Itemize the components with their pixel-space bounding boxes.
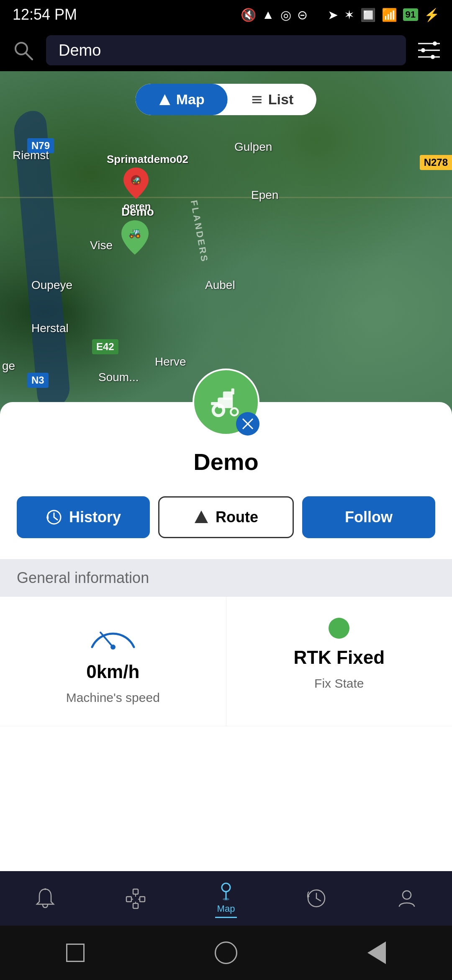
nav-map-label: Map xyxy=(217,903,235,914)
road-badge-n278: N278 xyxy=(420,155,452,170)
map-tab-icon xyxy=(159,93,171,106)
nav-notifications[interactable] xyxy=(34,887,56,909)
wifi-icon: 📶 xyxy=(382,8,397,22)
marker-green-wrap: Demo 🚜 xyxy=(121,205,154,256)
svg-line-1 xyxy=(26,53,32,59)
nav-map[interactable]: Map xyxy=(215,879,237,918)
speedometer-icon xyxy=(88,618,138,653)
svg-rect-24 xyxy=(231,389,234,395)
map-pin-icon xyxy=(215,879,237,901)
marker-green-icon: 🚜 xyxy=(121,220,149,255)
search-icon-wrap[interactable] xyxy=(8,36,38,65)
filter-button[interactable] xyxy=(414,36,444,65)
bluetooth-icon: ✶ xyxy=(344,8,354,22)
svg-rect-37 xyxy=(133,903,138,908)
svg-rect-34 xyxy=(126,897,131,902)
svg-point-48 xyxy=(403,891,411,899)
map-tab[interactable]: Map xyxy=(136,84,228,115)
map-tab-label: Map xyxy=(176,91,205,108)
svg-point-42 xyxy=(222,883,230,892)
location-icon: ◎ xyxy=(280,8,291,22)
nav-connections[interactable] xyxy=(125,887,146,909)
route-button[interactable]: Route xyxy=(158,496,294,538)
svg-text:🚜: 🚜 xyxy=(128,227,141,239)
svg-text:🚜: 🚜 xyxy=(131,175,141,185)
svg-marker-14 xyxy=(159,94,170,105)
nodes-icon xyxy=(125,887,146,909)
system-nav xyxy=(0,926,452,980)
marker-green-label: Demo xyxy=(121,205,154,219)
svg-marker-30 xyxy=(195,511,208,523)
status-icons: 🔇 ▲ ◎ ⊝ ➤ ✶ 🔲 📶 91 ⚡ xyxy=(241,8,439,22)
road-badge-e42: E42 xyxy=(92,339,118,354)
marker-red-icon: 🚜 xyxy=(123,168,149,199)
svg-rect-35 xyxy=(133,889,138,894)
battery-level: 91 xyxy=(403,8,418,21)
svg-line-46 xyxy=(316,898,321,901)
avatar-edit-button[interactable] xyxy=(236,412,259,436)
speed-card: 0km/h Machine's speed xyxy=(0,597,226,726)
speedometer-svg xyxy=(88,618,138,651)
marker-red-label: Sprimatdemo02 xyxy=(107,153,188,166)
search-bar: Demo xyxy=(0,29,452,71)
svg-point-4 xyxy=(431,55,435,59)
map-area[interactable]: N79 N278 E42 N3 FLANDERS Riemst Gulpen E… xyxy=(0,71,452,415)
marker-red-wrap: Sprimatdemo02 🚜 oeren xyxy=(115,153,188,212)
action-buttons: History Route Follow xyxy=(0,496,452,538)
dnd-icon: ⊝ xyxy=(297,8,308,22)
svg-rect-36 xyxy=(140,897,145,902)
list-tab-icon xyxy=(251,93,263,106)
mute-icon: 🔇 xyxy=(241,8,256,22)
sheet-content: Demo History Route Follow xyxy=(0,402,452,726)
recents-triangle-icon xyxy=(367,941,386,964)
person-icon xyxy=(396,887,418,909)
nav-profile[interactable] xyxy=(396,887,418,909)
status-time: 12:54 PM xyxy=(13,6,77,23)
search-value: Demo xyxy=(59,41,101,59)
history-icon xyxy=(46,509,62,526)
map-background xyxy=(0,71,452,415)
route-icon xyxy=(194,510,209,525)
navigation-icon: ▲ xyxy=(262,8,275,22)
map-list-toggle[interactable]: Map List xyxy=(136,84,316,115)
svg-rect-25 xyxy=(211,402,218,405)
clock-icon xyxy=(306,887,327,909)
search-input[interactable]: Demo xyxy=(46,35,406,65)
rtk-value: RTK Fixed xyxy=(293,647,385,668)
send-icon: ➤ xyxy=(328,8,338,22)
avatar-wrap xyxy=(193,369,259,436)
filter-icon xyxy=(418,39,440,61)
svg-point-43 xyxy=(223,898,229,900)
back-square-icon xyxy=(66,944,85,962)
speed-label: Machine's speed xyxy=(66,691,160,705)
battery-square-icon: 🔲 xyxy=(360,8,376,22)
section-title: General information xyxy=(17,569,149,586)
road-badge-n79: N79 xyxy=(27,138,54,153)
nav-history[interactable] xyxy=(306,887,327,909)
svg-point-3 xyxy=(421,48,425,52)
follow-button[interactable]: Follow xyxy=(302,496,435,538)
search-icon xyxy=(12,39,34,61)
svg-point-21 xyxy=(232,409,237,415)
rtk-card: RTK Fixed Fix State xyxy=(226,597,452,726)
history-button[interactable]: History xyxy=(17,496,150,538)
system-home-button[interactable] xyxy=(211,938,241,967)
svg-point-2 xyxy=(433,41,437,46)
system-back-button[interactable] xyxy=(61,938,90,967)
list-tab[interactable]: List xyxy=(228,84,316,115)
edit-icon xyxy=(241,417,254,431)
rtk-status-dot xyxy=(329,618,349,639)
system-recents-button[interactable] xyxy=(362,938,391,967)
route-button-label: Route xyxy=(216,508,258,526)
history-button-label: History xyxy=(69,508,121,526)
bottom-nav: Map xyxy=(0,871,452,926)
info-cards: 0km/h Machine's speed RTK Fixed Fix Stat… xyxy=(0,597,452,726)
device-name: Demo xyxy=(193,448,259,475)
speed-value: 0km/h xyxy=(86,661,139,682)
follow-button-label: Follow xyxy=(345,508,393,526)
charging-icon: ⚡ xyxy=(424,8,439,22)
bell-icon xyxy=(34,887,56,909)
home-circle-icon xyxy=(215,941,237,964)
rtk-label: Fix State xyxy=(314,676,364,691)
road-badge-n3: N3 xyxy=(27,373,49,388)
